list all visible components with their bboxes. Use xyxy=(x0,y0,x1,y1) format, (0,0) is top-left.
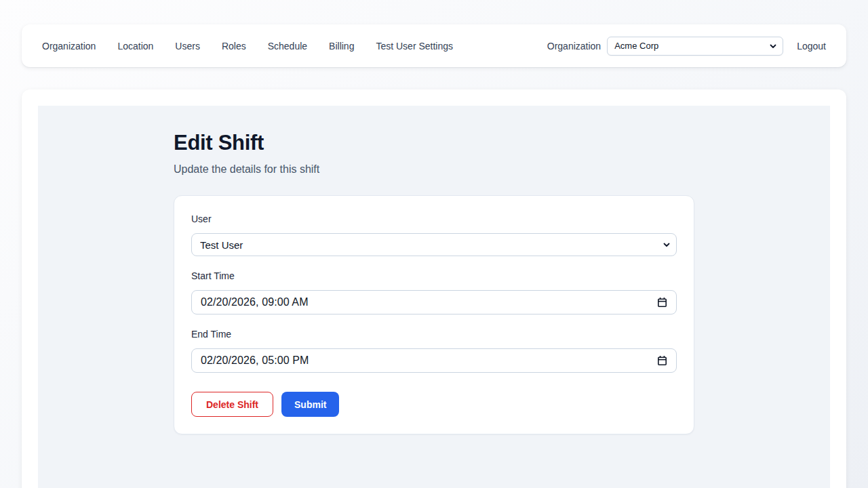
start-time-value: 02/20/2026, 09:00 AM xyxy=(201,296,309,308)
nav-item-billing[interactable]: Billing xyxy=(329,41,354,52)
start-time-field: Start Time 02/20/2026, 09:00 AM xyxy=(191,270,677,314)
calendar-icon[interactable] xyxy=(657,355,667,366)
submit-button[interactable]: Submit xyxy=(281,392,339,417)
navbar-right-group: Organization Acme Corp Logout xyxy=(547,37,826,56)
end-time-value: 02/20/2026, 05:00 PM xyxy=(201,354,309,367)
delete-shift-button[interactable]: Delete Shift xyxy=(191,392,273,417)
user-label: User xyxy=(191,214,677,224)
user-select[interactable]: Test User xyxy=(191,233,677,256)
page-subtitle: Update the details for this shift xyxy=(174,163,694,176)
form-actions: Delete Shift Submit xyxy=(191,392,677,417)
end-time-input[interactable]: 02/20/2026, 05:00 PM xyxy=(191,348,677,373)
nav-item-users[interactable]: Users xyxy=(175,41,200,52)
logout-button[interactable]: Logout xyxy=(797,41,826,52)
start-time-input[interactable]: 02/20/2026, 09:00 AM xyxy=(191,290,677,314)
edit-shift-form: User Test User Start Time 02/20/2026, 09… xyxy=(174,195,694,434)
nav-item-organization[interactable]: Organization xyxy=(42,41,96,52)
start-time-label: Start Time xyxy=(191,270,677,281)
calendar-icon[interactable] xyxy=(657,297,667,308)
nav-links: Organization Location Users Roles Schedu… xyxy=(42,41,453,52)
top-navbar: Organization Location Users Roles Schedu… xyxy=(22,24,846,67)
nav-item-roles[interactable]: Roles xyxy=(222,41,246,52)
org-select-label: Organization xyxy=(547,41,601,52)
page-title: Edit Shift xyxy=(174,131,694,155)
nav-item-test-user-settings[interactable]: Test User Settings xyxy=(376,41,453,52)
user-field: User Test User xyxy=(191,214,677,256)
organization-select[interactable]: Acme Corp xyxy=(607,37,783,56)
content-panel: Edit Shift Update the details for this s… xyxy=(38,106,830,488)
end-time-label: End Time xyxy=(191,329,677,340)
main-card: Edit Shift Update the details for this s… xyxy=(22,89,846,488)
end-time-field: End Time 02/20/2026, 05:00 PM xyxy=(191,329,677,373)
nav-item-schedule[interactable]: Schedule xyxy=(268,41,307,52)
nav-item-location[interactable]: Location xyxy=(117,41,153,52)
